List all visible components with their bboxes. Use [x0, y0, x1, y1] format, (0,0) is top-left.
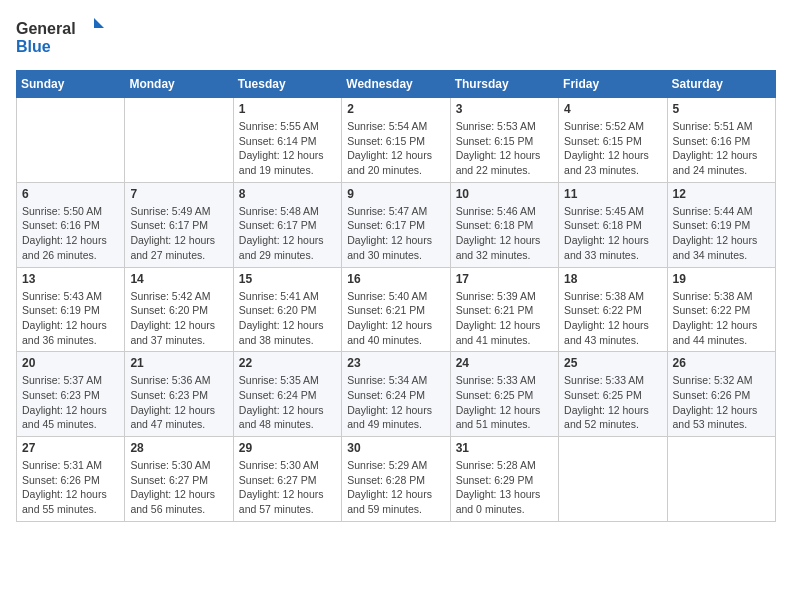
day-info: Sunrise: 5:32 AM Sunset: 6:26 PM Dayligh…: [673, 373, 770, 432]
day-number: 22: [239, 356, 336, 370]
logo: GeneralBlue: [16, 16, 106, 58]
day-number: 23: [347, 356, 444, 370]
calendar-cell: 6Sunrise: 5:50 AM Sunset: 6:16 PM Daylig…: [17, 182, 125, 267]
day-number: 19: [673, 272, 770, 286]
calendar-cell: 20Sunrise: 5:37 AM Sunset: 6:23 PM Dayli…: [17, 352, 125, 437]
day-info: Sunrise: 5:40 AM Sunset: 6:21 PM Dayligh…: [347, 289, 444, 348]
day-info: Sunrise: 5:54 AM Sunset: 6:15 PM Dayligh…: [347, 119, 444, 178]
calendar-cell: 14Sunrise: 5:42 AM Sunset: 6:20 PM Dayli…: [125, 267, 233, 352]
day-number: 15: [239, 272, 336, 286]
calendar-cell: 26Sunrise: 5:32 AM Sunset: 6:26 PM Dayli…: [667, 352, 775, 437]
day-number: 21: [130, 356, 227, 370]
day-number: 31: [456, 441, 553, 455]
day-info: Sunrise: 5:48 AM Sunset: 6:17 PM Dayligh…: [239, 204, 336, 263]
calendar-cell: 28Sunrise: 5:30 AM Sunset: 6:27 PM Dayli…: [125, 437, 233, 522]
day-info: Sunrise: 5:45 AM Sunset: 6:18 PM Dayligh…: [564, 204, 661, 263]
day-number: 2: [347, 102, 444, 116]
calendar-cell: [125, 98, 233, 183]
day-number: 17: [456, 272, 553, 286]
day-number: 12: [673, 187, 770, 201]
calendar-cell: 9Sunrise: 5:47 AM Sunset: 6:17 PM Daylig…: [342, 182, 450, 267]
calendar-cell: 22Sunrise: 5:35 AM Sunset: 6:24 PM Dayli…: [233, 352, 341, 437]
calendar-week-row: 27Sunrise: 5:31 AM Sunset: 6:26 PM Dayli…: [17, 437, 776, 522]
day-number: 29: [239, 441, 336, 455]
day-info: Sunrise: 5:50 AM Sunset: 6:16 PM Dayligh…: [22, 204, 119, 263]
day-info: Sunrise: 5:51 AM Sunset: 6:16 PM Dayligh…: [673, 119, 770, 178]
day-number: 4: [564, 102, 661, 116]
calendar-cell: 18Sunrise: 5:38 AM Sunset: 6:22 PM Dayli…: [559, 267, 667, 352]
day-info: Sunrise: 5:33 AM Sunset: 6:25 PM Dayligh…: [564, 373, 661, 432]
day-info: Sunrise: 5:41 AM Sunset: 6:20 PM Dayligh…: [239, 289, 336, 348]
day-number: 13: [22, 272, 119, 286]
day-number: 25: [564, 356, 661, 370]
day-info: Sunrise: 5:34 AM Sunset: 6:24 PM Dayligh…: [347, 373, 444, 432]
calendar-cell: 1Sunrise: 5:55 AM Sunset: 6:14 PM Daylig…: [233, 98, 341, 183]
day-number: 1: [239, 102, 336, 116]
day-info: Sunrise: 5:35 AM Sunset: 6:24 PM Dayligh…: [239, 373, 336, 432]
svg-marker-1: [94, 18, 104, 28]
weekday-header-row: SundayMondayTuesdayWednesdayThursdayFrid…: [17, 71, 776, 98]
calendar-cell: 13Sunrise: 5:43 AM Sunset: 6:19 PM Dayli…: [17, 267, 125, 352]
calendar-cell: 16Sunrise: 5:40 AM Sunset: 6:21 PM Dayli…: [342, 267, 450, 352]
day-info: Sunrise: 5:47 AM Sunset: 6:17 PM Dayligh…: [347, 204, 444, 263]
calendar-cell: 30Sunrise: 5:29 AM Sunset: 6:28 PM Dayli…: [342, 437, 450, 522]
logo-svg: GeneralBlue: [16, 16, 106, 58]
calendar-cell: 29Sunrise: 5:30 AM Sunset: 6:27 PM Dayli…: [233, 437, 341, 522]
calendar-cell: 17Sunrise: 5:39 AM Sunset: 6:21 PM Dayli…: [450, 267, 558, 352]
weekday-header-sunday: Sunday: [17, 71, 125, 98]
calendar-cell: 24Sunrise: 5:33 AM Sunset: 6:25 PM Dayli…: [450, 352, 558, 437]
calendar-cell: 8Sunrise: 5:48 AM Sunset: 6:17 PM Daylig…: [233, 182, 341, 267]
day-info: Sunrise: 5:43 AM Sunset: 6:19 PM Dayligh…: [22, 289, 119, 348]
svg-text:General: General: [16, 20, 76, 37]
calendar-cell: 31Sunrise: 5:28 AM Sunset: 6:29 PM Dayli…: [450, 437, 558, 522]
day-number: 16: [347, 272, 444, 286]
day-number: 28: [130, 441, 227, 455]
calendar-cell: [559, 437, 667, 522]
day-info: Sunrise: 5:49 AM Sunset: 6:17 PM Dayligh…: [130, 204, 227, 263]
day-info: Sunrise: 5:55 AM Sunset: 6:14 PM Dayligh…: [239, 119, 336, 178]
calendar-cell: 7Sunrise: 5:49 AM Sunset: 6:17 PM Daylig…: [125, 182, 233, 267]
calendar-cell: 11Sunrise: 5:45 AM Sunset: 6:18 PM Dayli…: [559, 182, 667, 267]
svg-text:Blue: Blue: [16, 38, 51, 55]
calendar-week-row: 6Sunrise: 5:50 AM Sunset: 6:16 PM Daylig…: [17, 182, 776, 267]
day-number: 7: [130, 187, 227, 201]
weekday-header-thursday: Thursday: [450, 71, 558, 98]
weekday-header-tuesday: Tuesday: [233, 71, 341, 98]
calendar-cell: 4Sunrise: 5:52 AM Sunset: 6:15 PM Daylig…: [559, 98, 667, 183]
day-number: 8: [239, 187, 336, 201]
day-number: 20: [22, 356, 119, 370]
calendar-week-row: 1Sunrise: 5:55 AM Sunset: 6:14 PM Daylig…: [17, 98, 776, 183]
weekday-header-saturday: Saturday: [667, 71, 775, 98]
day-info: Sunrise: 5:53 AM Sunset: 6:15 PM Dayligh…: [456, 119, 553, 178]
day-number: 26: [673, 356, 770, 370]
calendar-cell: 21Sunrise: 5:36 AM Sunset: 6:23 PM Dayli…: [125, 352, 233, 437]
day-number: 24: [456, 356, 553, 370]
day-number: 6: [22, 187, 119, 201]
day-number: 11: [564, 187, 661, 201]
weekday-header-wednesday: Wednesday: [342, 71, 450, 98]
day-number: 18: [564, 272, 661, 286]
weekday-header-friday: Friday: [559, 71, 667, 98]
calendar-cell: 15Sunrise: 5:41 AM Sunset: 6:20 PM Dayli…: [233, 267, 341, 352]
calendar-week-row: 20Sunrise: 5:37 AM Sunset: 6:23 PM Dayli…: [17, 352, 776, 437]
weekday-header-monday: Monday: [125, 71, 233, 98]
calendar-cell: 27Sunrise: 5:31 AM Sunset: 6:26 PM Dayli…: [17, 437, 125, 522]
page-header: GeneralBlue: [16, 16, 776, 58]
day-number: 14: [130, 272, 227, 286]
day-info: Sunrise: 5:37 AM Sunset: 6:23 PM Dayligh…: [22, 373, 119, 432]
day-number: 3: [456, 102, 553, 116]
day-number: 30: [347, 441, 444, 455]
day-info: Sunrise: 5:38 AM Sunset: 6:22 PM Dayligh…: [673, 289, 770, 348]
day-info: Sunrise: 5:30 AM Sunset: 6:27 PM Dayligh…: [130, 458, 227, 517]
day-info: Sunrise: 5:42 AM Sunset: 6:20 PM Dayligh…: [130, 289, 227, 348]
day-info: Sunrise: 5:29 AM Sunset: 6:28 PM Dayligh…: [347, 458, 444, 517]
calendar-cell: 3Sunrise: 5:53 AM Sunset: 6:15 PM Daylig…: [450, 98, 558, 183]
day-info: Sunrise: 5:30 AM Sunset: 6:27 PM Dayligh…: [239, 458, 336, 517]
calendar-cell: 19Sunrise: 5:38 AM Sunset: 6:22 PM Dayli…: [667, 267, 775, 352]
day-info: Sunrise: 5:28 AM Sunset: 6:29 PM Dayligh…: [456, 458, 553, 517]
day-info: Sunrise: 5:46 AM Sunset: 6:18 PM Dayligh…: [456, 204, 553, 263]
calendar-cell: 23Sunrise: 5:34 AM Sunset: 6:24 PM Dayli…: [342, 352, 450, 437]
day-info: Sunrise: 5:33 AM Sunset: 6:25 PM Dayligh…: [456, 373, 553, 432]
day-info: Sunrise: 5:52 AM Sunset: 6:15 PM Dayligh…: [564, 119, 661, 178]
day-info: Sunrise: 5:39 AM Sunset: 6:21 PM Dayligh…: [456, 289, 553, 348]
